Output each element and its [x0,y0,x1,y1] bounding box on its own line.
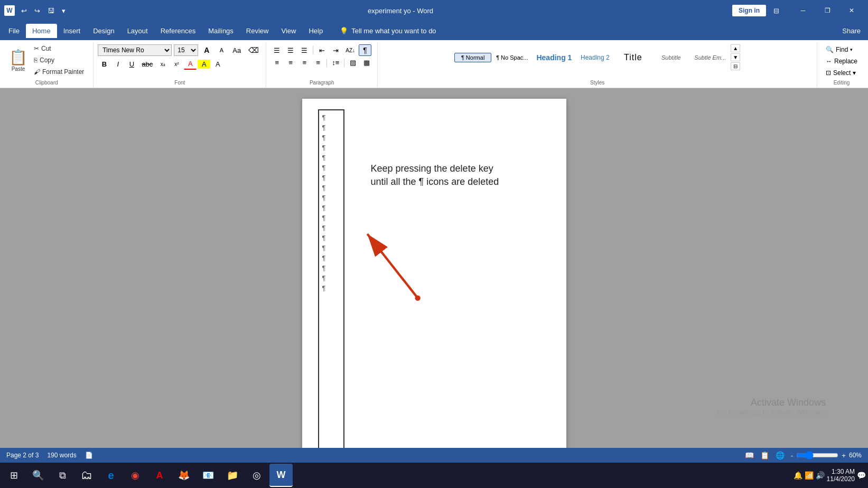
grow-font-button[interactable]: A [200,45,213,55]
chrome2-button[interactable]: ◎ [245,464,268,487]
align-left-button[interactable]: ≡ [270,58,283,68]
style-normal[interactable]: ¶ Normal [454,53,491,62]
autosave-button[interactable]: 🖫 [44,5,58,17]
title-bar-left: W ↩ ↪ 🖫 ▾ [4,5,69,17]
replace-button[interactable]: ↔ Replace [822,56,862,67]
select-button[interactable]: ⊡ Select ▾ [822,68,862,78]
style-nospace[interactable]: ¶ No Spac... [492,53,531,62]
shrink-font-button[interactable]: A [215,46,228,54]
read-mode-button[interactable]: 📖 [745,451,754,459]
style-heading2[interactable]: Heading 2 [576,52,613,63]
pilcrow-5: ¶ [322,154,340,161]
minimize-button[interactable]: ─ [791,2,815,19]
justify-button[interactable]: ≡ [312,58,324,68]
web-layout-button[interactable]: 🌐 [776,451,785,459]
paste-button[interactable]: 📋 Paste [6,47,30,73]
task-view-button[interactable]: ⧉ [51,464,74,487]
find-button[interactable]: 🔍 Find ▾ [822,44,862,55]
copy-button[interactable]: ⎘ Copy [31,55,87,65]
numbering-button[interactable]: ☰ [284,45,297,55]
menu-layout[interactable]: Layout [121,24,154,38]
align-right-button[interactable]: ≡ [298,58,311,68]
increase-indent-button[interactable]: ⇥ [329,45,342,55]
pilcrow-17: ¶ [322,275,340,281]
strikethrough-button[interactable]: abc [139,59,155,69]
subscript-button[interactable]: x₂ [156,60,169,68]
font-size-select[interactable]: 15 [174,44,198,56]
style-title[interactable]: Title [614,51,651,64]
start-button[interactable]: ⊞ [2,464,25,487]
style-subtle-em[interactable]: Subtle Em... [690,53,730,62]
menu-home[interactable]: Home [26,24,57,38]
word-icon: W [4,5,15,16]
taskbar-right: 🔔 📶 🔊 1:30 AM 11/4/2020 💬 [794,468,866,483]
undo-button[interactable]: ↩ [18,5,30,17]
document-title: experiment yo - Word [69,7,732,15]
style-subtitle[interactable]: Subtitle [652,53,689,62]
title-bar: W ↩ ↪ 🖫 ▾ experiment yo - Word Sign in ⊟… [0,0,868,21]
menu-insert[interactable]: Insert [57,24,87,38]
align-center-button[interactable]: ≡ [284,58,297,68]
ribbon-display-button[interactable]: ⊟ [770,5,782,17]
ribbon-font-group: Times New Ro 15 A A Aa ⌫ B I U abc x₂ x²… [94,42,266,88]
style-heading1[interactable]: Heading 1 [533,52,575,63]
explorer2-button[interactable]: 📁 [221,464,244,487]
share-button[interactable]: Share [837,25,866,37]
notification-button[interactable]: 💬 [857,471,866,480]
ribbon-paragraph-group: ☰ ☰ ☰ ⇤ ⇥ AZ↓ ¶ ≡ ≡ ≡ ≡ ↕≡ ▧ ▦ Paragrap [266,42,378,88]
highlight-button[interactable]: A [198,60,210,69]
cut-button[interactable]: ✂ Cut [31,43,87,54]
outlook-button[interactable]: 📧 [197,464,220,487]
svg-line-1 [367,234,417,298]
pilcrow-2: ¶ [322,124,340,131]
clear-format-button[interactable]: ⌫ [246,45,262,55]
menu-design[interactable]: Design [87,24,120,38]
underline-button[interactable]: U [125,59,138,69]
font-color-button[interactable]: A [184,59,197,70]
edge-button[interactable]: e [99,464,123,487]
acrobat-button[interactable]: A [148,464,171,487]
multilevel-button[interactable]: ☰ [298,45,311,55]
menu-references[interactable]: References [154,24,202,38]
menu-review[interactable]: Review [240,24,275,38]
customize-button[interactable]: ▾ [59,5,69,17]
menu-mailings[interactable]: Mailings [202,24,240,38]
change-case-button[interactable]: Aa [230,45,244,55]
restore-button[interactable]: ❐ [815,2,839,19]
line-spacing-button[interactable]: ↕≡ [329,58,342,68]
pilcrow-6: ¶ [322,164,340,171]
close-button[interactable]: ✕ [839,2,864,19]
bullets-button[interactable]: ☰ [270,45,283,55]
word-taskbar-button[interactable]: W [269,464,293,487]
file-explorer-button[interactable]: 🗂 [75,464,98,487]
pilcrow-7: ¶ [322,174,340,181]
italic-button[interactable]: I [111,59,124,69]
tell-me-bar[interactable]: 💡 Tell me what you want to do [340,27,436,35]
pilcrow-button[interactable]: ¶ [359,44,371,56]
decrease-indent-button[interactable]: ⇤ [315,45,328,55]
format-painter-button[interactable]: 🖌 Format Painter [31,67,87,77]
menu-help[interactable]: Help [302,24,329,38]
zoom-out-button[interactable]: - [791,452,793,459]
sort-button[interactable]: AZ↓ [343,46,358,54]
menu-file[interactable]: File [2,24,26,38]
firefox-button[interactable]: 🦊 [172,464,195,487]
styles-scroll-up[interactable]: ▲ [731,44,740,52]
zoom-slider[interactable] [796,451,838,459]
font-family-select[interactable]: Times New Ro [98,44,172,56]
styles-expand[interactable]: ⊟ [731,62,740,70]
redo-button[interactable]: ↪ [31,5,43,17]
sign-in-button[interactable]: Sign in [732,5,766,16]
text-effect-button[interactable]: A [211,59,224,69]
menu-view[interactable]: View [275,24,302,38]
chrome-taskbar-button[interactable]: ◉ [124,464,147,487]
print-layout-button[interactable]: 📋 [760,451,769,459]
superscript-button[interactable]: x² [170,60,183,68]
styles-scroll-down[interactable]: ▼ [731,53,740,61]
borders-button[interactable]: ▦ [360,58,373,68]
search-button[interactable]: 🔍 [26,464,50,487]
zoom-in-button[interactable]: + [842,452,846,459]
shading-button[interactable]: ▧ [347,58,359,68]
clipboard-right: ✂ Cut ⎘ Copy 🖌 Format Painter [31,43,87,77]
bold-button[interactable]: B [98,59,110,69]
